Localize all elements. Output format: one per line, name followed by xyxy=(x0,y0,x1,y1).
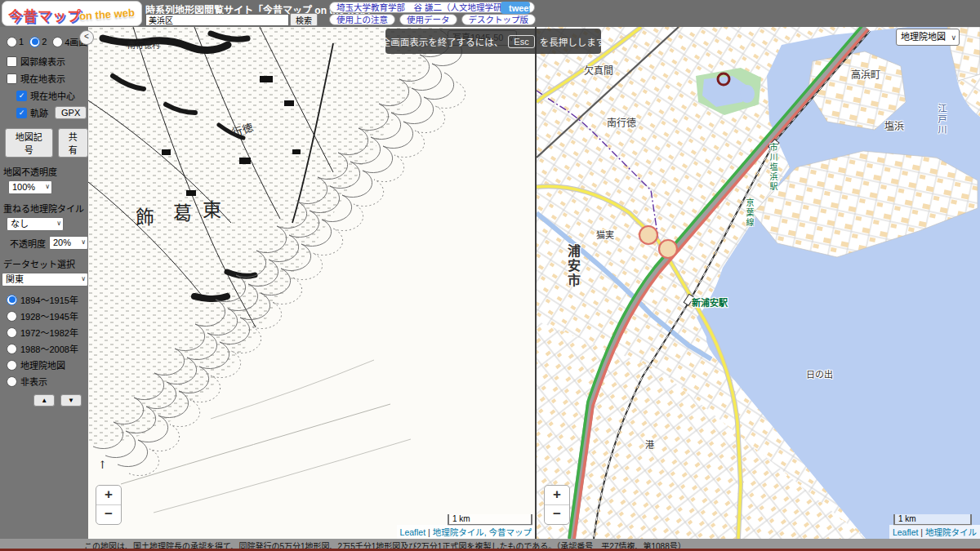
map-label: 新浦安駅 xyxy=(692,299,728,308)
overlay-tile-label: 重ねる地理院タイル xyxy=(0,194,88,215)
radio-icon xyxy=(7,311,17,322)
usage-notes-button[interactable]: 使用上の注意 xyxy=(329,14,395,25)
sidebar: < 124画面 図郭線表示現在地表示✓現在地中心✓軌跡GPX 地図記号 共有 地… xyxy=(0,27,88,539)
radio-icon xyxy=(7,327,17,338)
map-label: 高浜町 xyxy=(851,70,880,80)
chevron-down-icon: ∨ xyxy=(81,237,86,248)
chevron-down-icon: ∨ xyxy=(951,30,956,46)
share-button[interactable]: 共有 xyxy=(58,128,88,158)
gsi-map-panel[interactable]: 欠真間南行徳高浜町塩浜江戸川市川塩浜駅京葉線猫実浦安市新浦安駅日の出港 + − … xyxy=(537,27,980,539)
radio-icon xyxy=(7,344,17,354)
header: 今昔マップ on the web 時系列地形図閲覧サイト「今昔マップ on th… xyxy=(0,0,980,27)
checkbox[interactable] xyxy=(7,73,17,84)
map-label: 飾 xyxy=(136,208,154,227)
zoom-in-button[interactable]: + xyxy=(545,486,569,505)
leaflet-link[interactable]: Leaflet xyxy=(893,527,919,537)
search-input[interactable] xyxy=(145,14,289,26)
overlay-tile-select[interactable]: なし ∨ xyxy=(7,217,64,231)
zoom-control: + − xyxy=(544,485,570,525)
layer-option[interactable]: 地理院地図 xyxy=(7,358,88,371)
map-opacity-select[interactable]: 100% ∨ xyxy=(8,180,52,194)
layer-option[interactable]: 非表示 xyxy=(7,375,88,388)
map-label: 猫実 xyxy=(596,231,614,240)
used-data-button[interactable]: 使用データ xyxy=(399,14,457,25)
map-opacity-label: 地図不透明度 xyxy=(0,158,88,178)
scale-bar: 1 km xyxy=(448,514,532,526)
zoom-in-button[interactable]: + xyxy=(96,486,121,505)
checkbox[interactable]: ✓ xyxy=(16,91,27,101)
map-label: ↑ xyxy=(98,460,107,470)
leaflet-link[interactable]: Leaflet xyxy=(400,527,426,537)
zoom-control: + − xyxy=(96,485,122,525)
logo-text-main: 今昔マップ xyxy=(8,5,82,25)
desktop-version-button[interactable]: デスクトップ版 xyxy=(461,14,537,25)
tiles-link[interactable]: 地理院タイル, 今昔マップ xyxy=(433,527,532,537)
screen-mode-option[interactable]: 1 xyxy=(7,35,24,48)
right-map-layer-select[interactable]: 地理院地図 ∨ xyxy=(896,29,960,46)
sidebar-collapse-button[interactable]: < xyxy=(79,30,94,45)
screen-mode-option[interactable]: 2 xyxy=(29,35,47,48)
chevron-down-icon: ∨ xyxy=(45,181,50,193)
status-bar: この地図は、国土地理院長の承認を得て、同院発行の5万分1地形図、2万5千分1地形… xyxy=(0,539,980,551)
layer-option[interactable]: 1972〜1982年 xyxy=(7,326,88,339)
radio-icon xyxy=(7,37,17,47)
radio-icon xyxy=(7,376,17,387)
zoom-out-button[interactable]: − xyxy=(96,505,121,524)
radio-icon xyxy=(7,295,17,305)
logo-text-sub: on the web xyxy=(79,7,136,23)
dataset-label: データセット選択 xyxy=(0,250,88,270)
layer-option[interactable]: 1928〜1945年 xyxy=(7,309,88,322)
zoom-out-button[interactable]: − xyxy=(545,505,569,524)
tiles-link[interactable]: 地理院タイル xyxy=(925,527,977,537)
checkbox[interactable] xyxy=(7,56,17,67)
map-label: 葛 xyxy=(173,204,192,223)
radio-icon xyxy=(52,37,63,47)
scale-bar: 1 km xyxy=(893,514,972,526)
tweet-button[interactable]: tweet xyxy=(501,2,530,14)
map-label: 江戸川 xyxy=(937,104,946,136)
old-map-panel[interactable]: 飾葛東南行徳村行徳↑ + − 1 km Leaflet | 地理院タイル, 今昔… xyxy=(88,27,535,539)
map-label: 市川塩浜駅 xyxy=(768,143,777,192)
fullscreen-exit-toast: 全画面表示を終了するには、Escを長押しします xyxy=(385,29,601,54)
app: 今昔マップ on the web 時系列地形図閲覧サイト「今昔マップ on th… xyxy=(0,0,980,551)
map-divider xyxy=(535,27,537,539)
layer-option[interactable]: 1988〜2008年 xyxy=(7,342,88,355)
screen-mode-group: 124画面 xyxy=(0,27,88,48)
gpx-button[interactable]: GPX xyxy=(55,106,87,119)
radio-icon xyxy=(7,360,17,371)
layer-option[interactable]: 1894〜1915年 xyxy=(7,293,88,306)
chevron-down-icon: ∨ xyxy=(56,218,61,229)
checkbox-group: 図郭線表示現在地表示✓現在地中心✓軌跡GPX xyxy=(0,48,88,119)
search-button[interactable]: 検索 xyxy=(290,13,318,26)
site-logo[interactable]: 今昔マップ on the web xyxy=(2,1,142,26)
map-label: 東 xyxy=(203,201,221,220)
map-label: 京葉線 xyxy=(745,198,753,228)
map-label: 浦安市 xyxy=(566,244,579,288)
map-label: 塩浜 xyxy=(884,122,904,131)
map-label: 欠真間 xyxy=(584,66,613,76)
dataset-select[interactable]: 関東 ∨ xyxy=(2,273,88,287)
map-label: 南行徳 xyxy=(607,118,636,128)
layer-group: 1894〜1915年1928〜1945年1972〜1982年1988〜2008年… xyxy=(0,287,88,388)
checkbox[interactable]: ✓ xyxy=(16,108,27,118)
esc-key-badge: Esc xyxy=(508,35,534,48)
map-label: 日の出 xyxy=(806,371,833,380)
overlay-opacity-label: 不透明度 xyxy=(10,237,46,250)
map-symbol-button[interactable]: 地図記号 xyxy=(5,128,53,158)
map-attribution: Leaflet | 地理院タイル xyxy=(889,525,980,539)
map-label: 行徳 xyxy=(231,122,255,138)
map-label: 南行徳村 xyxy=(127,42,160,50)
layer-down-button[interactable]: ▼ xyxy=(60,394,82,407)
radio-icon xyxy=(29,37,40,47)
map-label: 港 xyxy=(645,441,654,450)
layer-up-button[interactable]: ▲ xyxy=(33,394,55,407)
chevron-down-icon: ∨ xyxy=(81,273,86,285)
overlay-opacity-select[interactable]: 20% ∨ xyxy=(49,236,88,250)
map-attribution: Leaflet | 地理院タイル, 今昔マップ xyxy=(397,525,535,539)
